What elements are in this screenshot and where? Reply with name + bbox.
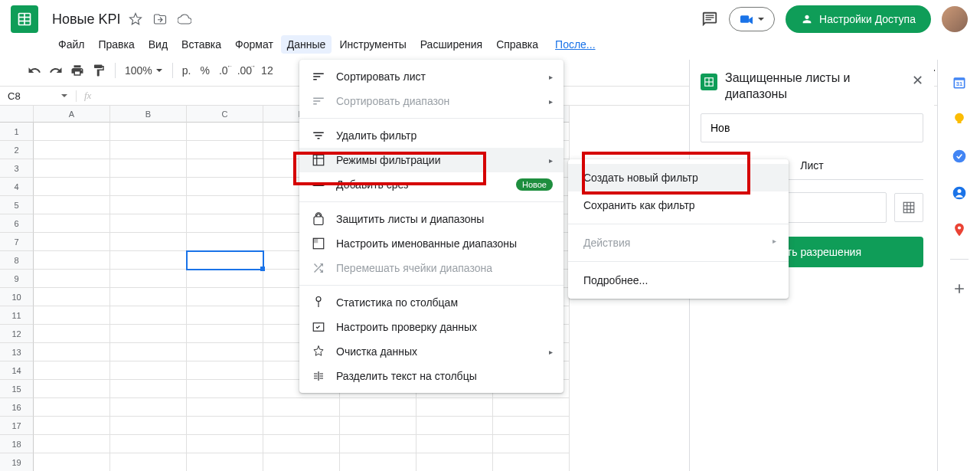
cell[interactable]: [110, 196, 187, 214]
cell[interactable]: [34, 159, 110, 178]
redo-icon[interactable]: [49, 64, 63, 77]
data-validation-item[interactable]: Настроить проверку данных: [299, 315, 564, 339]
cell[interactable]: [187, 270, 263, 288]
keep-icon[interactable]: [952, 112, 967, 127]
row-header[interactable]: 13: [0, 343, 34, 361]
undo-icon[interactable]: [28, 64, 41, 77]
cell[interactable]: [110, 343, 187, 361]
calendar-icon[interactable]: 31: [952, 75, 967, 90]
row-header[interactable]: 4: [0, 178, 34, 196]
filter-actions-item[interactable]: Действия▸: [568, 229, 789, 257]
close-icon[interactable]: ✕: [912, 72, 923, 89]
cell[interactable]: [110, 270, 187, 288]
description-input[interactable]: [701, 113, 923, 142]
cell[interactable]: [34, 361, 110, 380]
cell[interactable]: [493, 435, 570, 453]
meet-button[interactable]: [729, 7, 775, 31]
row-header[interactable]: 8: [0, 251, 34, 270]
row-header[interactable]: 1: [0, 123, 34, 141]
cell[interactable]: [187, 343, 263, 361]
cell[interactable]: [34, 417, 110, 435]
cell[interactable]: [110, 453, 187, 471]
menu-extensions[interactable]: Расширения: [414, 35, 488, 54]
cell[interactable]: [110, 288, 187, 306]
cell[interactable]: [187, 288, 263, 306]
cell[interactable]: [493, 453, 570, 471]
cell[interactable]: [110, 380, 187, 398]
select-all-corner[interactable]: [0, 106, 34, 123]
row-header[interactable]: 5: [0, 196, 34, 214]
filter-more-item[interactable]: Подробнее...: [568, 267, 789, 294]
name-box[interactable]: C8: [0, 90, 77, 102]
cell[interactable]: [263, 398, 340, 417]
row-header[interactable]: 11: [0, 306, 34, 325]
cell[interactable]: [34, 270, 110, 288]
cell[interactable]: [110, 123, 187, 141]
cell[interactable]: [34, 380, 110, 398]
add-addon-icon[interactable]: [952, 281, 967, 296]
menu-help[interactable]: Справка: [490, 35, 544, 54]
menu-last-edit[interactable]: После...: [549, 35, 601, 54]
cell[interactable]: [110, 325, 187, 343]
cell[interactable]: [187, 361, 263, 380]
cell[interactable]: [187, 123, 263, 141]
cell[interactable]: [34, 288, 110, 306]
cell[interactable]: [34, 141, 110, 159]
add-slicer-item[interactable]: Добавить срез Новое: [299, 172, 564, 197]
cell[interactable]: [110, 306, 187, 325]
cell[interactable]: [416, 435, 493, 453]
paint-icon[interactable]: [92, 64, 106, 77]
doc-title[interactable]: Новые KPI: [52, 11, 121, 28]
cell[interactable]: [34, 178, 110, 196]
row-header[interactable]: 6: [0, 214, 34, 233]
cloud-icon[interactable]: [178, 12, 191, 26]
cell[interactable]: [110, 214, 187, 233]
cell[interactable]: [416, 453, 493, 471]
menu-tools[interactable]: Инструменты: [333, 35, 412, 54]
cell[interactable]: [110, 361, 187, 380]
row-header[interactable]: 18: [0, 435, 34, 453]
move-icon[interactable]: [153, 12, 167, 26]
cell[interactable]: [110, 141, 187, 159]
sort-sheet-item[interactable]: Сортировать лист▸: [299, 64, 564, 89]
cell[interactable]: [416, 398, 493, 417]
cell[interactable]: [110, 251, 187, 270]
comments-icon[interactable]: [701, 11, 718, 28]
cell[interactable]: [493, 398, 570, 417]
cell[interactable]: [110, 159, 187, 178]
cell[interactable]: [340, 453, 416, 471]
cell[interactable]: [34, 306, 110, 325]
range-grid-icon[interactable]: [894, 193, 923, 222]
row-header[interactable]: 14: [0, 361, 34, 380]
split-text-item[interactable]: Разделить текст на столбцы: [299, 364, 564, 388]
menu-data[interactable]: Данные: [281, 35, 332, 54]
row-header[interactable]: 3: [0, 159, 34, 178]
menu-file[interactable]: Файл: [52, 35, 90, 54]
cell[interactable]: [187, 380, 263, 398]
col-header[interactable]: C: [187, 106, 263, 123]
cell[interactable]: [263, 453, 340, 471]
cell[interactable]: [263, 417, 340, 435]
cell[interactable]: [110, 178, 187, 196]
cell[interactable]: [187, 306, 263, 325]
menu-insert[interactable]: Вставка: [175, 35, 227, 54]
create-new-filter-item[interactable]: Создать новый фильтр: [568, 164, 789, 191]
cell[interactable]: [34, 398, 110, 417]
menu-view[interactable]: Вид: [142, 35, 174, 54]
inc-decimal-button[interactable]: .00→: [237, 64, 252, 77]
cell[interactable]: [34, 325, 110, 343]
cell[interactable]: [187, 233, 263, 251]
cell[interactable]: [187, 159, 263, 178]
currency-button[interactable]: р.: [182, 64, 191, 77]
cell[interactable]: [187, 214, 263, 233]
row-header[interactable]: 17: [0, 417, 34, 435]
row-header[interactable]: 16: [0, 398, 34, 417]
sort-range-item[interactable]: Сортировать диапазон▸: [299, 89, 564, 113]
cell[interactable]: [187, 196, 263, 214]
remove-filter-item[interactable]: Удалить фильтр: [299, 123, 564, 148]
protect-item[interactable]: Защитить листы и диапазоны: [299, 207, 564, 231]
dec-decimal-button[interactable]: .0←: [219, 64, 228, 77]
avatar[interactable]: [942, 6, 968, 32]
cell[interactable]: [34, 233, 110, 251]
menu-edit[interactable]: Правка: [92, 35, 140, 54]
